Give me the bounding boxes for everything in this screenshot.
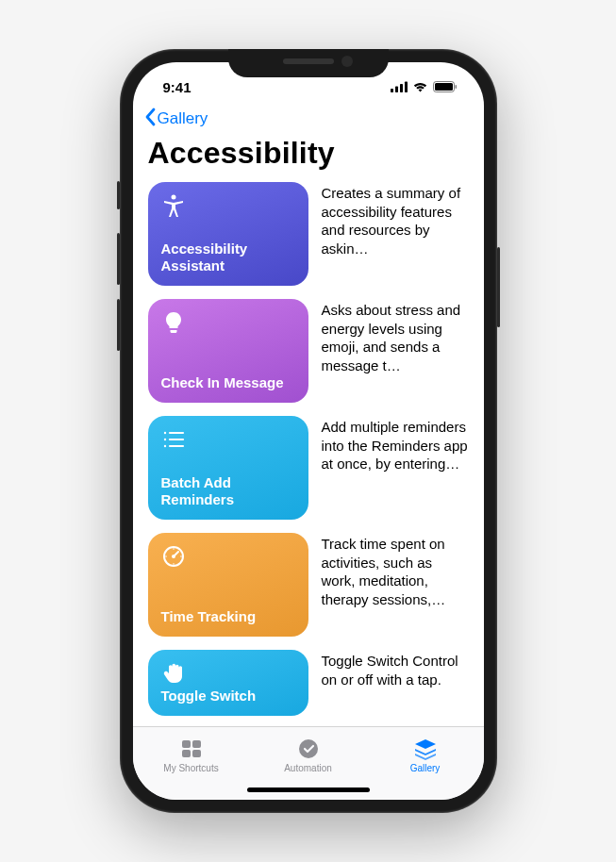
svg-point-7 — [171, 195, 175, 200]
svg-rect-2 — [400, 84, 403, 92]
shortcut-title: Check In Message — [161, 374, 295, 391]
lightbulb-icon — [161, 310, 186, 335]
battery-icon — [433, 81, 458, 92]
svg-point-17 — [173, 548, 175, 550]
screen: 9:41 Gallery Accessibility — [133, 62, 484, 800]
svg-rect-1 — [395, 87, 398, 93]
tab-label: Automation — [284, 763, 332, 773]
home-indicator[interactable] — [247, 787, 370, 792]
shortcut-card-check-in-message[interactable]: Check In Message — [148, 299, 308, 403]
hand-icon — [161, 661, 186, 686]
shortcut-card-batch-add-reminders[interactable]: Batch Add Reminders — [148, 416, 308, 520]
svg-rect-23 — [182, 750, 191, 757]
shortcut-description: Toggle Switch Control on or off with a t… — [322, 650, 469, 688]
shortcut-card-toggle-switch[interactable]: Toggle Switch — [148, 650, 308, 716]
svg-rect-0 — [391, 89, 393, 92]
grid-icon — [179, 737, 204, 761]
svg-rect-21 — [182, 740, 191, 748]
shortcut-title: Accessibility Assistant — [161, 240, 295, 274]
accessibility-icon — [161, 193, 186, 218]
wifi-icon — [412, 81, 428, 92]
svg-point-20 — [173, 563, 175, 565]
shortcut-title: Time Tracking — [161, 608, 295, 625]
shortcut-row: Check In Message Asks about stress and e… — [148, 299, 469, 403]
shortcut-title: Batch Add Reminders — [161, 474, 295, 508]
shortcut-description: Creates a summary of accessibility featu… — [322, 182, 469, 257]
svg-rect-22 — [192, 740, 201, 748]
back-button[interactable]: Gallery — [144, 108, 208, 130]
stack-icon — [413, 737, 438, 761]
shortcut-list[interactable]: Accessibility Assistant Creates a summar… — [133, 182, 484, 726]
tab-automation[interactable]: Automation — [266, 737, 351, 773]
status-time: 9:41 — [156, 79, 191, 95]
shortcut-row: Accessibility Assistant Creates a summar… — [148, 182, 469, 286]
svg-point-18 — [180, 555, 182, 557]
page-title: Accessibility — [133, 132, 484, 182]
svg-rect-5 — [435, 83, 453, 91]
shortcut-description: Add multiple reminders into the Reminder… — [322, 416, 469, 473]
phone-device-frame: 9:41 Gallery Accessibility — [120, 49, 497, 813]
svg-rect-24 — [192, 750, 201, 757]
svg-point-12 — [163, 445, 165, 447]
shortcut-description: Track time spent on activities, such as … — [322, 533, 469, 608]
status-indicators — [391, 81, 461, 92]
svg-point-10 — [163, 439, 165, 440]
svg-line-16 — [174, 552, 178, 556]
shortcut-row: Batch Add Reminders Add multiple reminde… — [148, 416, 469, 520]
device-notch — [228, 49, 389, 77]
shortcut-card-time-tracking[interactable]: Time Tracking — [148, 533, 308, 637]
svg-rect-3 — [405, 82, 408, 93]
tab-gallery[interactable]: Gallery — [383, 737, 468, 773]
back-label: Gallery — [158, 109, 208, 128]
tab-label: My Shortcuts — [163, 763, 218, 773]
nav-bar: Gallery — [133, 104, 484, 132]
shortcut-description: Asks about stress and energy levels usin… — [322, 299, 469, 374]
shortcut-card-accessibility-assistant[interactable]: Accessibility Assistant — [148, 182, 308, 286]
gauge-icon — [161, 544, 186, 569]
svg-point-19 — [165, 555, 167, 557]
clock-check-icon — [296, 737, 321, 761]
svg-rect-6 — [455, 85, 457, 89]
svg-point-25 — [299, 739, 318, 758]
shortcut-row: Toggle Switch Toggle Switch Control on o… — [148, 650, 469, 716]
chevron-left-icon — [144, 108, 156, 130]
cellular-signal-icon — [391, 81, 408, 92]
tab-my-shortcuts[interactable]: My Shortcuts — [149, 737, 234, 773]
list-icon — [161, 427, 186, 452]
shortcut-row: Time Tracking Track time spent on activi… — [148, 533, 469, 637]
tab-label: Gallery — [410, 763, 441, 773]
shortcut-title: Toggle Switch — [161, 688, 295, 705]
svg-point-8 — [163, 432, 165, 434]
